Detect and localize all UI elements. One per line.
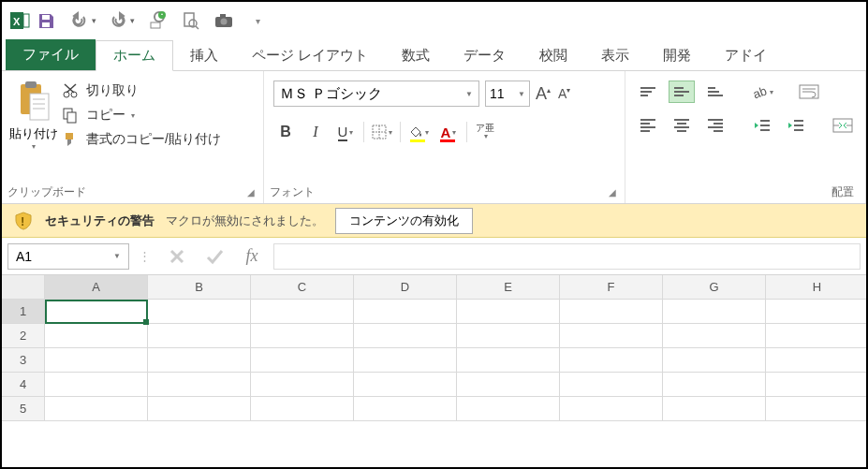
cell-E4[interactable] (457, 373, 560, 397)
tab-file[interactable]: ファイル (6, 39, 96, 70)
align-center-button[interactable] (669, 114, 695, 137)
row-header-3[interactable]: 3 (2, 348, 45, 373)
font-color-button[interactable]: A ▾ (436, 120, 461, 144)
cell-F3[interactable] (560, 348, 663, 373)
cell-A2[interactable] (45, 324, 148, 348)
tab-developer[interactable]: 開発 (646, 41, 708, 70)
enable-content-button[interactable]: コンテンツの有効化 (335, 208, 473, 234)
cell-E2[interactable] (457, 324, 560, 348)
copy-dropdown-icon[interactable]: ▾ (131, 111, 135, 120)
copy-button[interactable]: コピー ▾ (62, 107, 221, 124)
save-icon[interactable] (34, 8, 58, 33)
enter-formula-button[interactable] (199, 243, 230, 270)
cell-D4[interactable] (354, 373, 457, 397)
shrink-font-button[interactable]: A▾ (558, 86, 570, 101)
cell-C1[interactable] (251, 300, 354, 324)
cell-B5[interactable] (148, 397, 251, 421)
tab-home[interactable]: ホーム (96, 40, 173, 71)
format-painter-button[interactable]: 書式のコピー/貼り付け (62, 131, 221, 148)
row-header-5[interactable]: 5 (2, 397, 45, 421)
increase-indent-button[interactable] (783, 114, 809, 137)
col-header-E[interactable]: E (457, 275, 560, 300)
fill-color-button[interactable]: ▾ (406, 120, 431, 144)
cell-A4[interactable] (45, 373, 148, 397)
print-preview-icon[interactable] (178, 8, 202, 33)
cell-B4[interactable] (148, 373, 251, 397)
cell-A3[interactable] (45, 348, 148, 373)
cell-F2[interactable] (560, 324, 663, 348)
align-right-button[interactable] (702, 114, 728, 137)
cell-C3[interactable] (251, 348, 354, 373)
cell-A5[interactable] (45, 397, 148, 421)
cell-D5[interactable] (354, 397, 457, 421)
undo-dropdown-icon[interactable]: ▾ (92, 16, 96, 25)
fill-dropdown-icon[interactable]: ▾ (425, 128, 429, 137)
font-color-dropdown-icon[interactable]: ▾ (452, 128, 456, 137)
tab-review[interactable]: 校閲 (522, 41, 584, 70)
tab-insert[interactable]: 挿入 (173, 41, 235, 70)
row-header-1[interactable]: 1 (2, 300, 45, 324)
undo-icon[interactable] (67, 8, 92, 33)
name-box-dropdown-icon[interactable]: ▼ (113, 252, 121, 260)
tab-formulas[interactable]: 数式 (385, 41, 447, 70)
cell-G2[interactable] (663, 324, 766, 348)
qat-customize-icon[interactable]: ▾ (245, 8, 270, 33)
underline-button[interactable]: U▾ (333, 120, 358, 144)
grow-font-button[interactable]: A▴ (536, 84, 551, 104)
orientation-button[interactable]: ab▾ (749, 81, 775, 103)
cell-D2[interactable] (354, 324, 457, 348)
paste-dropdown-icon[interactable]: ▾ (32, 142, 36, 151)
italic-button[interactable]: I (303, 120, 328, 144)
borders-button[interactable]: ▾ (370, 120, 394, 144)
tab-view[interactable]: 表示 (584, 41, 646, 70)
cancel-formula-button[interactable] (161, 243, 193, 270)
align-left-button[interactable] (635, 114, 661, 137)
cell-B3[interactable] (148, 348, 251, 373)
align-middle-button[interactable] (669, 81, 695, 103)
font-name-select[interactable]: ＭＳ Ｐゴシック ▼ (273, 81, 479, 107)
col-header-B[interactable]: B (148, 275, 251, 300)
tab-page-layout[interactable]: ページ レイアウト (235, 41, 385, 70)
cell-F1[interactable] (560, 300, 663, 324)
cell-H2[interactable] (766, 324, 868, 348)
camera-icon[interactable] (212, 8, 236, 33)
row-header-2[interactable]: 2 (2, 324, 45, 348)
merge-button[interactable] (830, 114, 856, 137)
col-header-H[interactable]: H (766, 275, 868, 300)
cell-C4[interactable] (251, 373, 354, 397)
cell-F4[interactable] (560, 373, 663, 397)
borders-dropdown-icon[interactable]: ▾ (389, 128, 392, 137)
touch-mode-icon[interactable] (144, 8, 169, 33)
cell-H4[interactable] (766, 373, 868, 397)
col-header-A[interactable]: A (45, 275, 148, 300)
tab-data[interactable]: データ (447, 41, 522, 70)
cell-B1[interactable] (148, 300, 251, 324)
redo-icon[interactable] (106, 8, 130, 33)
phonetic-dropdown-icon[interactable]: ▾ (484, 132, 488, 140)
paste-button[interactable]: 貼り付け ▾ (7, 75, 60, 151)
cell-G4[interactable] (663, 373, 766, 397)
cell-E3[interactable] (457, 348, 560, 373)
cell-C5[interactable] (251, 397, 354, 421)
select-all-corner[interactable] (2, 275, 45, 300)
cell-H5[interactable] (766, 397, 868, 421)
cell-E5[interactable] (457, 397, 560, 421)
name-box[interactable]: A1 ▼ (7, 243, 129, 270)
font-size-select[interactable]: 11 ▼ (485, 81, 530, 107)
cell-D3[interactable] (354, 348, 457, 373)
phonetic-button[interactable]: ア亜 ▾ (473, 120, 497, 144)
insert-function-button[interactable]: fx (236, 243, 268, 270)
redo-dropdown-icon[interactable]: ▾ (130, 16, 135, 25)
row-header-4[interactable]: 4 (2, 373, 45, 397)
col-header-F[interactable]: F (560, 275, 663, 300)
cell-E1[interactable] (457, 300, 560, 324)
cell-A1[interactable] (45, 300, 148, 324)
tab-addins[interactable]: アドイ (708, 41, 784, 70)
formula-input[interactable] (273, 243, 861, 270)
col-header-G[interactable]: G (663, 275, 766, 300)
cell-D1[interactable] (354, 300, 457, 324)
decrease-indent-button[interactable] (749, 114, 775, 137)
align-bottom-button[interactable] (702, 81, 728, 103)
clipboard-dialog-launcher-icon[interactable]: ◢ (244, 187, 257, 198)
cell-F5[interactable] (560, 397, 663, 421)
